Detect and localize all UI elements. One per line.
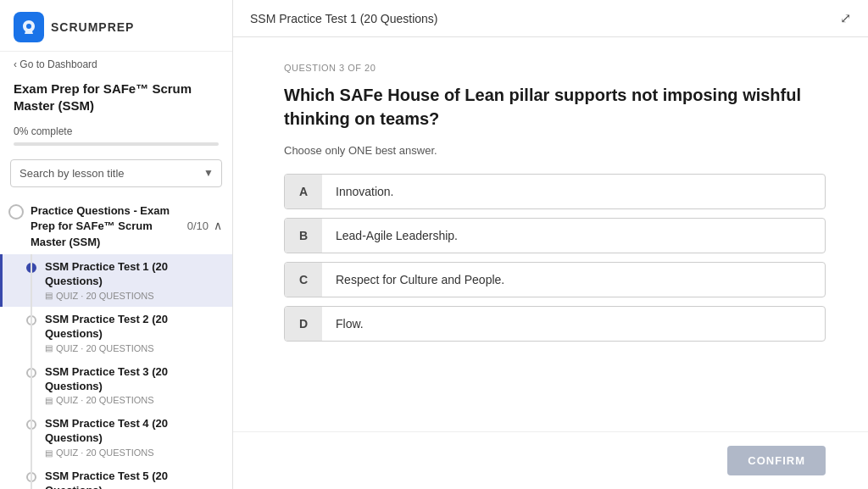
lesson-item[interactable]: SSM Practice Test 2 (20 Questions) ▤ QUI… [0,307,232,359]
section-header-left: Practice Questions - Exam Prep for SAFe™… [8,203,187,250]
main-header: SSM Practice Test 1 (20 Questions) ⤢ [233,0,868,37]
logo-icon [14,12,44,42]
answer-text: Flow. [322,307,377,341]
answer-text: Respect for Culture and People. [322,263,518,297]
lesson-line [31,307,32,359]
progress-bar [14,142,219,146]
question-instruction: Choose only ONE best answer. [284,144,826,157]
lesson-content: SSM Practice Test 2 (20 Questions) ▤ QUI… [45,313,222,353]
progress-label: 0% complete [0,122,232,142]
expand-icon[interactable]: ⤢ [840,10,851,26]
answer-letter: B [285,219,322,253]
main-content: SSM Practice Test 1 (20 Questions) ⤢ QUE… [233,0,868,489]
lesson-subtitle: ▤ QUIZ · 20 QUESTIONS [45,343,222,353]
lesson-subtitle: ▤ QUIZ · 20 QUESTIONS [45,447,222,458]
back-to-dashboard[interactable]: Go to Dashboard [0,52,232,77]
lesson-search[interactable]: Search by lesson title ▼ [10,159,222,187]
lesson-title: SSM Practice Test 2 (20 Questions) [45,313,222,342]
answer-letter: A [285,175,322,208]
confirm-button[interactable]: CONFIRM [727,446,826,475]
lesson-line [31,254,32,307]
svg-point-0 [26,24,31,29]
lesson-subtitle: ▤ QUIZ · 20 QUESTIONS [45,291,222,301]
lesson-meta: QUIZ · 20 QUESTIONS [56,343,154,353]
lesson-title: SSM Practice Test 4 (20 Questions) [45,417,222,446]
quiz-icon: ▤ [45,396,53,405]
logo-text: SCRUMPREP [51,20,134,34]
quiz-icon: ▤ [45,343,53,353]
main-body: QUESTION 3 OF 20 Which SAFe House of Lea… [233,37,868,431]
lesson-content: SSM Practice Test 4 (20 Questions) ▤ QUI… [45,417,222,458]
answer-text: Innovation. [322,175,408,208]
lesson-line [31,359,32,412]
section-header[interactable]: Practice Questions - Exam Prep for SAFe™… [0,196,232,255]
answer-option[interactable]: A Innovation. [284,174,826,209]
answer-option[interactable]: C Respect for Culture and People. [284,262,826,297]
lesson-item[interactable]: SSM Practice Test 3 (20 Questions) ▤ QUI… [0,359,232,412]
lesson-title: SSM Practice Test 3 (20 Questions) [45,365,222,394]
lesson-content: SSM Practice Test 1 (20 Questions) ▤ QUI… [45,260,222,301]
lesson-content: SSM Practice Test 5 (20 Questions) ▤ QUI… [45,470,222,489]
lesson-line [31,464,32,489]
lesson-meta: QUIZ · 20 QUESTIONS [56,395,154,405]
lesson-content: SSM Practice Test 3 (20 Questions) ▤ QUI… [45,365,222,406]
question-text: Which SAFe House of Lean pillar supports… [284,83,826,131]
lesson-item[interactable]: SSM Practice Test 5 (20 Questions) ▤ QUI… [0,464,232,489]
lesson-item[interactable]: SSM Practice Test 1 (20 Questions) ▤ QUI… [0,254,232,307]
confirm-area: CONFIRM [233,431,868,489]
section-count: 0/10 [187,219,209,232]
answer-text: Lead-Agile Leadership. [322,219,471,253]
lesson-list: SSM Practice Test 1 (20 Questions) ▤ QUI… [0,254,232,489]
question-label: QUESTION 3 OF 20 [284,63,826,73]
sidebar-logo: SCRUMPREP [0,0,232,52]
lesson-subtitle: ▤ QUIZ · 20 QUESTIONS [45,395,222,405]
answer-letter: D [285,307,322,341]
answer-option[interactable]: D Flow. [284,306,826,342]
lesson-title: SSM Practice Test 1 (20 Questions) [45,260,222,289]
lesson-line [31,411,32,464]
course-title: Exam Prep for SAFe™ Scrum Master (SSM) [0,77,232,122]
quiz-icon: ▤ [45,448,53,458]
lesson-item[interactable]: SSM Practice Test 4 (20 Questions) ▤ QUI… [0,411,232,464]
quiz-title: SSM Practice Test 1 (20 Questions) [250,12,438,25]
chevron-up-icon: ∧ [214,219,222,232]
sidebar: SCRUMPREP Go to Dashboard Exam Prep for … [0,0,233,489]
answer-letter: C [285,263,322,297]
section-circle [8,204,24,219]
lesson-meta: QUIZ · 20 QUESTIONS [56,447,154,458]
section-title: Practice Questions - Exam Prep for SAFe™… [31,204,170,248]
lesson-meta: QUIZ · 20 QUESTIONS [56,291,154,301]
answer-list: A Innovation. B Lead-Agile Leadership. C… [284,174,826,342]
quiz-icon: ▤ [45,291,53,300]
answer-option[interactable]: B Lead-Agile Leadership. [284,218,826,253]
search-input[interactable]: Search by lesson title [10,159,222,187]
lesson-title: SSM Practice Test 5 (20 Questions) [45,470,222,489]
